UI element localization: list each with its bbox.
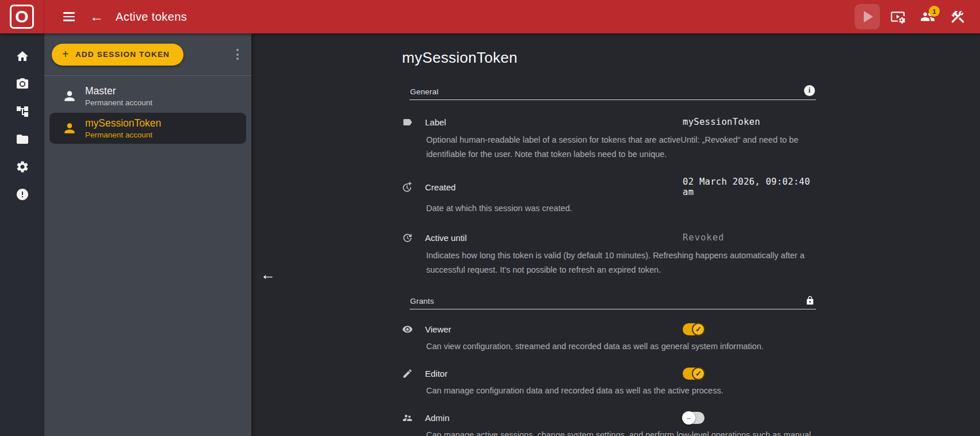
field-row-active-until: Active until Revoked Indicates how long … [402,231,816,277]
lock-icon [805,296,815,305]
app-window: O ← Active tokens [0,0,980,436]
section-rule [409,100,816,100]
account-item-text: mySessionToken Permanent account [85,117,161,139]
grant-label: Admin [425,413,683,423]
accounts-panel: + ADD SESSION TOKEN Master Permanent acc… [44,33,251,436]
account-list: Master Permanent account mySessionToken … [44,76,251,148]
session-count-badge: 1 [929,6,940,17]
account-item-master[interactable]: Master Permanent account [49,81,246,112]
add-session-token-button[interactable]: + ADD SESSION TOKEN [52,44,183,66]
token-title: mySessionToken [402,49,816,67]
eye-icon [402,324,425,335]
token-detail-content: mySessionToken General i Label [402,33,816,436]
grant-label: Editor [425,369,683,378]
field-description: Date at which this session was created. [426,201,815,216]
field-label: Active until [425,233,683,243]
field-label: Created [425,182,683,192]
kebab-icon [236,49,239,51]
account-item-mysessiontoken[interactable]: mySessionToken Permanent account [49,113,246,144]
hamburger-icon [63,12,75,21]
token-detail: ← mySessionToken General i [251,33,980,436]
topbar-actions: 1 [855,4,980,29]
account-tree-icon [16,105,29,118]
gear-icon [16,160,29,174]
account-item-text: Master Permanent account [85,85,152,107]
account-name: mySessionToken [85,117,161,129]
tools-icon [950,9,965,24]
field-value: mySessionToken [683,117,816,127]
grant-description: Can manage active sessions, change syste… [426,428,815,436]
field-row-label: Label mySessionToken Optional human-read… [402,115,816,162]
grant-row-viewer: Viewer ✓ Can view configuration, streame… [402,322,816,354]
add-session-token-label: ADD SESSION TOKEN [75,50,170,59]
panel-more-button[interactable] [231,44,244,64]
nav-settings[interactable] [9,156,36,177]
error-icon [16,188,29,201]
top-app-bar: O ← Active tokens [0,0,980,33]
toggle-knob: – [682,411,695,424]
home-icon [16,49,29,63]
label-tag-icon [402,117,425,128]
grant-row-admin: Admin – Can manage active sessions, chan… [402,411,816,436]
field-description: Optional human-readable label of a sessi… [426,133,815,162]
section-grants-heading: Grants [410,297,434,305]
info-icon[interactable]: i [804,85,815,96]
field-label: Label [425,117,683,127]
nav-rail [0,33,44,436]
section-general: General i Label mySessionToken Optional … [402,85,816,277]
grant-row-editor: Editor ✓ Can manage configuration data a… [402,366,816,398]
topbar-left: ← Active tokens [44,5,187,29]
camera-icon [16,77,29,91]
menu-button[interactable] [57,5,81,29]
field-value: Revoked [683,232,816,243]
panel-toolbar: + ADD SESSION TOKEN [44,33,251,75]
page-title: Active tokens [116,10,187,24]
section-general-heading: General [410,87,438,96]
person-icon [62,89,77,104]
collapse-panel-button[interactable]: ← [261,267,275,282]
person-icon [62,121,77,136]
account-name: Master [85,85,152,97]
app-logo[interactable]: O [0,0,44,33]
clock-update-icon [402,232,425,243]
supervisor-account-icon [402,412,425,423]
section-rule [409,309,816,309]
field-description: Indicates how long this token is valid (… [426,248,815,277]
toggle-knob: ✓ [692,323,705,336]
grant-description: Can manage configuration data and record… [426,384,815,398]
back-arrow-icon: ← [90,10,104,24]
nav-home[interactable] [9,46,36,67]
clock-plus-icon [402,182,425,193]
viewer-toggle[interactable]: ✓ [683,323,705,335]
account-type: Permanent account [85,98,152,107]
folder-icon [16,132,29,146]
plus-icon: + [62,48,70,60]
editor-toggle[interactable]: ✓ [683,368,705,380]
grant-label: Viewer [425,324,683,334]
logo-icon: O [10,5,34,29]
toggle-knob: ✓ [692,367,705,380]
admin-tools-button[interactable] [945,5,970,29]
video-settings-icon [890,9,905,24]
grant-description: Can view configuration, streamed and rec… [426,339,815,354]
nav-process-tree[interactable] [9,101,36,122]
play-icon [864,11,873,22]
nav-camera[interactable] [9,74,36,94]
accounts-button[interactable]: 1 [916,5,940,29]
field-value: 02 March 2026, 09:02:40 am [683,177,816,197]
nav-errors[interactable] [9,184,36,205]
nav-files[interactable] [9,129,36,150]
admin-toggle[interactable]: – [683,412,705,424]
play-button[interactable] [855,4,880,29]
section-grants: Grants Viewer ✓ [402,296,816,436]
video-settings-button[interactable] [886,5,910,29]
pencil-icon [402,368,425,379]
back-button[interactable]: ← [85,5,109,29]
field-row-created: Created 02 March 2026, 09:02:40 am Date … [402,177,816,216]
account-type: Permanent account [85,131,161,139]
